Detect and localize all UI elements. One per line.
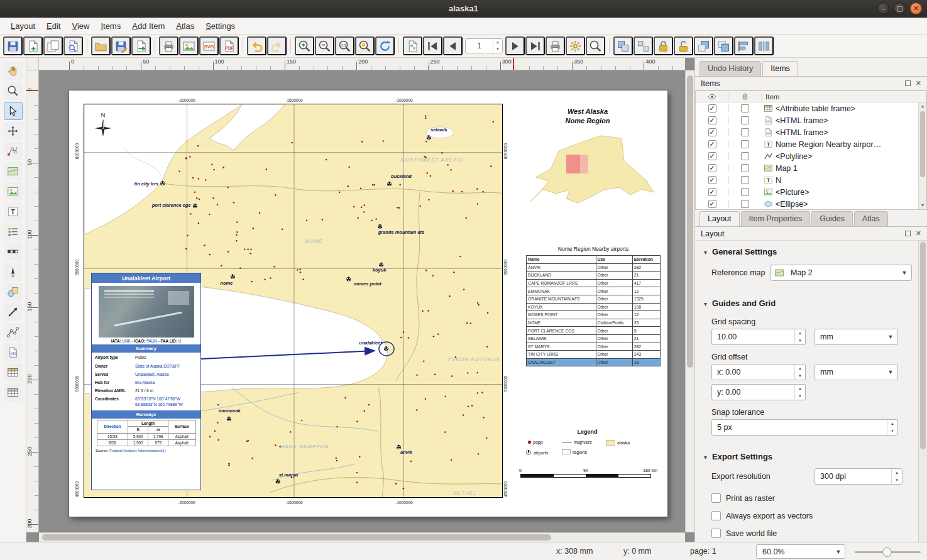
spinner-buttons[interactable]: ▲▼: [794, 385, 805, 400]
html-frame-airport-infobox[interactable]: Unalakleet Airport IATA: UNK - ICAO: PAU…: [91, 273, 201, 490]
add-arrow-tool[interactable]: [4, 303, 23, 321]
layout-manager-button[interactable]: [63, 36, 83, 55]
visibility-checkbox[interactable]: ✓: [708, 128, 716, 136]
add-label-tool[interactable]: T: [4, 202, 23, 221]
scalebar-item[interactable]: 0 90 180 km: [520, 468, 651, 478]
add-scalebar-tool[interactable]: [4, 243, 23, 261]
spinner-buttons[interactable]: ▲▼: [493, 39, 502, 53]
grid-spacing-unit-combo[interactable]: mm ▼: [815, 329, 898, 345]
export-as-pdf-button[interactable]: PDF: [219, 36, 239, 55]
checkbox-box[interactable]: [711, 493, 721, 503]
spin-down-icon[interactable]: ▼: [493, 46, 502, 53]
spinner-buttons[interactable]: ▲▼: [887, 420, 897, 435]
tab-layout[interactable]: Layout: [699, 211, 740, 226]
legend-item[interactable]: Legend poppairportsmajriversregionsalask…: [523, 429, 652, 460]
menu-atlas[interactable]: Atlas: [170, 19, 200, 33]
dock-float-icon[interactable]: [905, 80, 911, 86]
zoom-slider[interactable]: [855, 551, 921, 553]
lock-checkbox[interactable]: [741, 116, 749, 124]
duplicate-layout-button[interactable]: [43, 36, 63, 55]
lock-checkbox[interactable]: [741, 164, 749, 172]
visibility-checkbox[interactable]: ✓: [708, 164, 716, 172]
checkbox-print-as-raster[interactable]: Print as raster: [711, 493, 775, 503]
north-arrow[interactable]: N: [92, 112, 114, 141]
spin-up-icon[interactable]: ▲: [795, 385, 805, 392]
snap-tolerance-spinbox[interactable]: 5 px ▲▼: [711, 419, 898, 436]
move-item-content-tool[interactable]: [4, 122, 23, 140]
add-legend-tool[interactable]: [4, 222, 23, 241]
maximize-button[interactable]: ▢: [894, 3, 906, 14]
visibility-checkbox[interactable]: ✓: [708, 116, 716, 124]
preview-atlas-button[interactable]: [403, 36, 422, 55]
tab-items[interactable]: Items: [762, 61, 798, 76]
spin-up-icon[interactable]: ▲: [795, 329, 805, 337]
distribute-items-button[interactable]: [754, 36, 774, 55]
zoom-slider-handle[interactable]: [882, 547, 892, 557]
new-layout-button[interactable]: [23, 36, 43, 55]
checkbox-box[interactable]: [711, 511, 721, 520]
add-shape-tool[interactable]: [4, 283, 23, 301]
vscroll-thumb[interactable]: [687, 75, 693, 368]
zoom-in-button[interactable]: [295, 36, 314, 55]
items-scroll-thumb[interactable]: [920, 111, 925, 177]
layout-canvas[interactable]: selawikbucklandtin city lrrsport clarenc…: [39, 70, 685, 532]
spinner-buttons[interactable]: ▲▼: [891, 469, 902, 484]
menu-view[interactable]: View: [66, 19, 95, 33]
export-as-image-button[interactable]: [179, 36, 199, 55]
group-items-button[interactable]: [613, 36, 633, 55]
layout-scroll-thumb[interactable]: [920, 242, 926, 449]
edit-nodes-item-tool[interactable]: [4, 142, 23, 160]
tab-guides[interactable]: Guides: [811, 211, 853, 226]
item-row--html-frame-[interactable]: ✓</><HTML frame>: [696, 114, 926, 126]
spin-down-icon[interactable]: ▼: [795, 337, 805, 344]
lock-items-button[interactable]: [654, 36, 673, 55]
zoom-out-button[interactable]: [315, 36, 334, 55]
canvas-vertical-scrollbar[interactable]: [685, 70, 694, 532]
close-button[interactable]: ✕: [910, 3, 922, 14]
dock-close-icon2[interactable]: ✕: [916, 231, 921, 236]
pan-layout-tool[interactable]: [4, 62, 23, 80]
spin-up-icon[interactable]: ▲: [493, 39, 502, 46]
export-as-svg-button[interactable]: SVG: [199, 36, 219, 55]
menu-layout[interactable]: Layout: [5, 19, 41, 33]
layout-page[interactable]: selawikbucklandtin city lrrsport clarenc…: [69, 91, 667, 517]
lock-checkbox[interactable]: [741, 176, 749, 184]
visibility-checkbox[interactable]: ✓: [708, 152, 716, 160]
lower-items-button[interactable]: [714, 36, 733, 55]
redo-button[interactable]: [267, 36, 287, 55]
hscroll-thumb[interactable]: [42, 534, 551, 541]
refresh-view-button[interactable]: [375, 36, 395, 55]
general-settings-header[interactable]: General Settings: [704, 247, 777, 256]
visibility-checkbox[interactable]: ✓: [708, 140, 716, 148]
load-from-template-button[interactable]: [91, 36, 111, 55]
visibility-checkbox[interactable]: ✓: [708, 104, 716, 113]
ungroup-items-button[interactable]: [634, 36, 653, 55]
item-row-nome-region-nearby-airpor-[interactable]: ✓TNome Region Nearby airpor…: [696, 138, 926, 150]
menu-edit[interactable]: Edit: [41, 19, 66, 33]
airport-table-title[interactable]: Nome Region Nearby airports: [518, 246, 668, 252]
save-project-button[interactable]: [3, 36, 23, 55]
item-row--html-frame-[interactable]: ✓</><HTML frame>: [696, 126, 926, 138]
spin-up-icon[interactable]: ▲: [892, 469, 902, 476]
add-north-arrow-tool[interactable]: N: [4, 263, 23, 281]
lock-checkbox[interactable]: [741, 128, 749, 136]
lock-checkbox[interactable]: [741, 140, 749, 148]
visibility-checkbox[interactable]: ✓: [708, 188, 716, 196]
add-attribute-table-tool[interactable]: [4, 363, 23, 382]
grid-offset-x-spinbox[interactable]: x: 0.00 ▲▼: [711, 364, 806, 380]
menu-add-item[interactable]: Add Item: [126, 19, 170, 33]
add-html-frame-tool[interactable]: </>: [4, 343, 23, 361]
zoom-tool[interactable]: [4, 82, 23, 100]
item-row--polyline-[interactable]: ✓<Polyline>: [696, 150, 926, 162]
export-atlas-button[interactable]: [586, 36, 605, 55]
lock-checkbox[interactable]: [741, 104, 749, 113]
item-row--ellipse-[interactable]: ✓<Ellipse>: [696, 198, 926, 210]
spin-down-icon[interactable]: ▼: [887, 427, 897, 435]
lock-checkbox[interactable]: [741, 152, 749, 160]
undo-button[interactable]: [247, 36, 266, 55]
spin-down-icon[interactable]: ▼: [892, 476, 902, 484]
checkbox-always-export-as-vectors[interactable]: Always export as vectors: [711, 511, 813, 520]
visibility-checkbox[interactable]: ✓: [708, 200, 716, 208]
first-feature-button[interactable]: [423, 36, 442, 55]
scroll-down-icon[interactable]: ▼: [919, 202, 926, 209]
